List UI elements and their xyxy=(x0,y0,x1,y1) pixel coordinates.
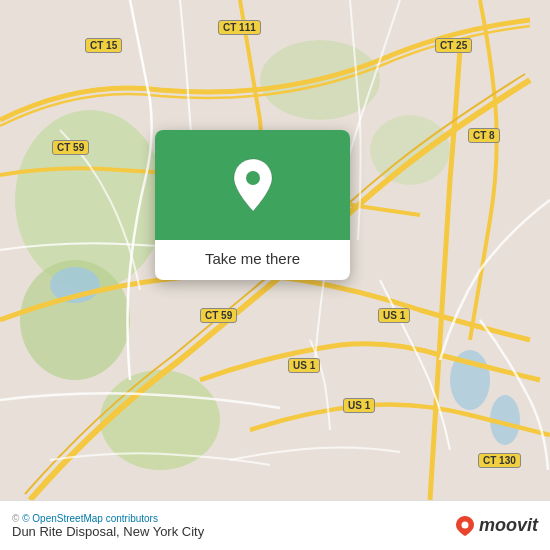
bottom-bar: © © OpenStreetMap contributors Dun Rite … xyxy=(0,500,550,550)
route-badge-ct59b: CT 59 xyxy=(200,308,237,323)
map-container: CT 15 CT 111 CT 25 CT 59 CT 8 CT 59 US 1… xyxy=(0,0,550,500)
popup-bottom[interactable]: Take me there xyxy=(155,240,350,280)
moovit-brand-text: moovit xyxy=(479,515,538,536)
bottom-left-info: © © OpenStreetMap contributors Dun Rite … xyxy=(12,513,204,539)
route-badge-ct111: CT 111 xyxy=(218,20,261,35)
osm-link[interactable]: © OpenStreetMap contributors xyxy=(22,513,158,524)
route-badge-ct130: CT 130 xyxy=(478,453,521,468)
popup-top xyxy=(155,130,350,240)
location-pin-icon xyxy=(230,157,276,213)
route-badge-ct15: CT 15 xyxy=(85,38,122,53)
popup-card: Take me there xyxy=(155,130,350,280)
svg-point-10 xyxy=(461,521,468,528)
route-badge-us1c: US 1 xyxy=(343,398,375,413)
route-badge-ct8: CT 8 xyxy=(468,128,500,143)
route-badge-ct25: CT 25 xyxy=(435,38,472,53)
location-name: Dun Rite Disposal, New York City xyxy=(12,524,204,539)
moovit-logo: moovit xyxy=(454,515,538,537)
route-badge-us1b: US 1 xyxy=(288,358,320,373)
svg-point-9 xyxy=(246,171,260,185)
moovit-pin-icon xyxy=(454,515,476,537)
route-badge-ct59a: CT 59 xyxy=(52,140,89,155)
take-me-there-button[interactable]: Take me there xyxy=(205,250,300,267)
copyright-text: © © OpenStreetMap contributors xyxy=(12,513,204,524)
route-badge-us1a: US 1 xyxy=(378,308,410,323)
svg-point-3 xyxy=(100,370,220,470)
